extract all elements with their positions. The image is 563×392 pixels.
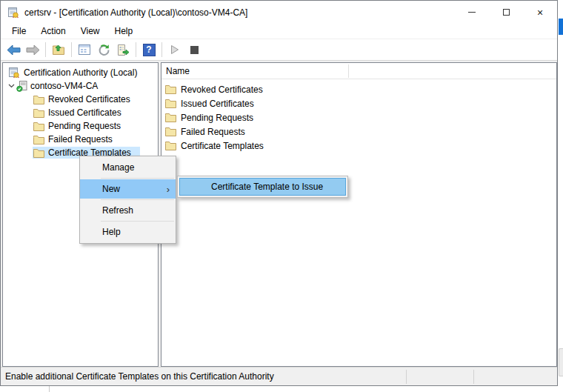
help-icon: ? (143, 44, 156, 56)
toolbar-separator (136, 42, 136, 57)
forward-arrow-icon (26, 44, 40, 56)
tree-node-issued-certificates[interactable]: Issued Certificates (3, 106, 158, 119)
close-icon: × (537, 7, 543, 18)
refresh-icon (98, 44, 110, 56)
list-item-issued-certificates[interactable]: Issued Certificates (161, 96, 556, 110)
tree-node-ca[interactable]: contoso-VM4-CA (3, 79, 158, 93)
folder-icon (165, 113, 176, 122)
list-items: Revoked Certificates Issued Certificates… (161, 79, 556, 153)
stop-icon (190, 46, 199, 54)
folder-icon (165, 127, 176, 136)
maximize-icon (503, 9, 510, 16)
context-menu: Manage New › Refresh Help (79, 156, 176, 244)
close-button[interactable]: × (523, 1, 557, 24)
title-bar[interactable]: certsrv - [Certification Authority (Loca… (1, 1, 557, 24)
properties-window-icon (78, 44, 91, 56)
minimize-button[interactable] (455, 1, 489, 24)
context-menu-refresh[interactable]: Refresh (80, 201, 176, 220)
start-service-button[interactable] (166, 41, 184, 59)
toolbar: ? (1, 39, 557, 61)
tree-node-pending-requests[interactable]: Pending Requests (3, 119, 158, 133)
certification-authority-icon (8, 67, 20, 79)
menu-separator (101, 199, 174, 200)
status-bar: Enable additional Certificate Templates … (1, 367, 557, 385)
column-divider[interactable] (348, 64, 349, 78)
back-button[interactable] (4, 41, 22, 59)
menu-separator (101, 178, 174, 179)
minimize-icon (468, 12, 476, 13)
status-bar-divider (406, 370, 407, 384)
up-folder-icon (52, 44, 65, 56)
context-menu-new-label: New (102, 184, 120, 194)
export-list-icon (116, 44, 130, 56)
list-item-failed-requests[interactable]: Failed Requests (161, 124, 556, 139)
ca-server-icon (16, 81, 27, 92)
name-column-header[interactable]: Name (166, 66, 190, 76)
toolbar-separator (161, 42, 162, 57)
tree-node-label: Failed Requests (48, 134, 113, 144)
menu-separator (101, 221, 174, 222)
tree-node-label: Certification Authority (Local) (24, 67, 137, 78)
status-bar-divider (473, 370, 474, 384)
maximize-button[interactable] (489, 1, 523, 24)
status-text: Enable additional Certificate Templates … (5, 371, 274, 382)
tree-node-revoked-certificates[interactable]: Revoked Certificates (3, 93, 158, 106)
menu-bar: File Action View Help (1, 24, 557, 39)
folder-icon (33, 148, 44, 158)
menu-file[interactable]: File (4, 24, 33, 38)
background-window-fragment (559, 19, 563, 35)
certification-authority-tree: Certification Authority (Local) conto (3, 63, 158, 159)
background-window-fragment (49, 386, 50, 392)
context-menu-new[interactable]: New › (80, 179, 176, 199)
play-icon (170, 44, 179, 55)
new-submenu: Certificate Template to Issue (177, 176, 348, 198)
context-menu-manage[interactable]: Manage (80, 158, 176, 177)
menu-view[interactable]: View (73, 24, 107, 38)
toolbar-separator (45, 42, 46, 57)
tree-node-label: Pending Requests (48, 121, 121, 131)
list-item-label: Failed Requests (181, 127, 245, 137)
forward-button[interactable] (24, 41, 41, 59)
result-list-pane: Name Revoked Certificates Issued Certifi… (161, 62, 557, 367)
properties-button[interactable] (76, 41, 93, 59)
list-item-revoked-certificates[interactable]: Revoked Certificates (161, 82, 556, 96)
back-arrow-icon (7, 44, 21, 56)
list-header: Name (161, 63, 556, 79)
certsrv-app-icon (7, 7, 19, 19)
tree-node-label: Issued Certificates (48, 107, 121, 118)
folder-icon (165, 141, 176, 150)
help-button[interactable]: ? (140, 41, 158, 59)
tree-node-label: contoso-VM4-CA (30, 81, 98, 91)
list-item-label: Certificate Templates (181, 141, 264, 151)
stop-service-button[interactable] (185, 41, 203, 59)
submenu-arrow-icon: › (167, 184, 170, 195)
list-item-certificate-templates[interactable]: Certificate Templates (161, 139, 556, 153)
tree-node-certification-authority[interactable]: Certification Authority (Local) (3, 66, 158, 79)
list-item-label: Issued Certificates (181, 99, 254, 109)
list-item-label: Pending Requests (181, 113, 253, 123)
up-one-level-button[interactable] (50, 41, 67, 59)
menu-help[interactable]: Help (107, 24, 141, 38)
background-window-fragment (559, 348, 563, 376)
window-title: certsrv - [Certification Authority (Loca… (24, 7, 247, 18)
menu-action[interactable]: Action (33, 24, 73, 38)
submenu-certificate-template-to-issue[interactable]: Certificate Template to Issue (179, 178, 346, 196)
context-menu-help[interactable]: Help (80, 222, 176, 242)
list-item-label: Revoked Certificates (181, 84, 263, 95)
toolbar-separator (71, 42, 72, 57)
export-list-button[interactable] (114, 41, 132, 59)
tree-node-label: Revoked Certificates (48, 94, 130, 104)
list-item-pending-requests[interactable]: Pending Requests (161, 110, 556, 124)
chevron-down-icon[interactable] (7, 84, 16, 88)
folder-icon (33, 122, 44, 131)
folder-icon (33, 95, 44, 104)
tree-node-failed-requests[interactable]: Failed Requests (3, 133, 158, 146)
folder-icon (165, 84, 176, 94)
refresh-button[interactable] (95, 41, 113, 59)
folder-icon (33, 108, 44, 118)
folder-icon (165, 99, 176, 108)
folder-icon (33, 135, 44, 144)
